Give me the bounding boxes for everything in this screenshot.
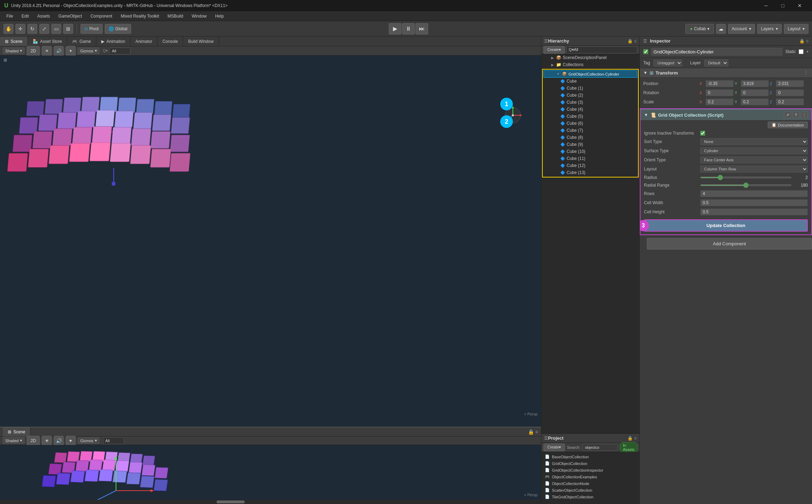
proj-item-tile[interactable]: 📄 TileGridObjectCollection — [543, 493, 638, 500]
insp-menu-icon[interactable]: ≡ — [806, 39, 808, 44]
radial-range-slider[interactable] — [700, 185, 792, 186]
bottom-scene-viewport[interactable]: < Persp — [0, 445, 541, 504]
lighting-toggle[interactable]: ☀ — [42, 46, 52, 56]
maximize-button[interactable]: □ — [775, 0, 791, 11]
tab-animation[interactable]: ▶ Animation — [96, 37, 130, 46]
in-assets-tag[interactable]: In Assets — [620, 442, 638, 453]
close-button[interactable]: ✕ — [792, 0, 808, 11]
hier-item-cube-4[interactable]: 🔷 Cube (4) — [543, 106, 637, 113]
collab-button[interactable]: ● Collab ▾ — [685, 24, 714, 34]
account-dropdown[interactable]: Account ▾ — [728, 24, 755, 34]
hier-menu-icon[interactable]: ≡ — [634, 39, 637, 44]
tab-scene[interactable]: ⊞ Scene — [0, 37, 28, 46]
hier-lock-icon[interactable]: 🔒 — [627, 39, 633, 44]
menu-component[interactable]: Component — [87, 12, 116, 20]
hier-item-cube-11[interactable]: 🔷 Cube (11) — [543, 155, 637, 162]
cell-width-input[interactable] — [700, 199, 808, 206]
2d-toggle[interactable]: 2D — [27, 46, 40, 56]
bottom-scene-scrollbar[interactable] — [217, 500, 245, 503]
bottom-gizmos-dropdown[interactable]: Gizmos ▾ — [78, 437, 99, 444]
script-help-icon[interactable]: ? — [792, 111, 799, 118]
pos-y-input[interactable] — [741, 80, 769, 87]
hier-item-cube-8[interactable]: 🔷 Cube (8) — [543, 134, 637, 141]
tab-asset-store[interactable]: 🏪 Asset Store — [28, 37, 67, 46]
transform-tool-button[interactable]: ⊞ — [63, 24, 73, 34]
documentation-button[interactable]: 📋 Documentation — [768, 122, 808, 128]
hier-item-cube-5[interactable]: 🔷 Cube (5) — [543, 113, 637, 120]
pause-button[interactable]: ⏸ — [402, 23, 415, 34]
gizmos-dropdown[interactable]: Gizmos ▾ — [78, 47, 99, 54]
proj-lock-icon[interactable]: 🔒 — [627, 436, 633, 441]
hier-item-cube-0[interactable]: 🔷 Cube — [543, 78, 637, 85]
hier-item-cube-13[interactable]: 🔷 Cube (13) — [543, 169, 637, 176]
insp-lock-icon[interactable]: 🔒 — [799, 39, 805, 44]
menu-help[interactable]: Help — [212, 12, 227, 20]
hand-tool-button[interactable]: ✋ — [4, 24, 13, 34]
proj-item-examples[interactable]: 🎮 ObjectCollectionExamples — [543, 473, 638, 480]
scale-y-input[interactable] — [741, 98, 769, 105]
proj-item-grid[interactable]: 📄 GridObjectCollection — [543, 460, 638, 467]
rot-z-input[interactable] — [776, 89, 804, 96]
insp-name-input[interactable] — [651, 48, 782, 56]
bottom-scene-lock-icon[interactable]: 🔒 — [528, 429, 534, 435]
menu-edit[interactable]: Edit — [18, 12, 32, 20]
layout-dropdown[interactable]: Column Then Row — [700, 166, 808, 173]
minimize-button[interactable]: ─ — [758, 0, 774, 11]
rect-tool-button[interactable]: ▭ — [51, 24, 61, 34]
rot-x-input[interactable] — [705, 89, 734, 96]
hier-item-collections[interactable]: ▶ 📁 Collections — [541, 61, 639, 68]
insp-active-checkbox[interactable] — [643, 49, 648, 54]
proj-item-node[interactable]: 📄 ObjectCollectionNode — [543, 480, 638, 487]
bottom-audio-toggle[interactable]: 🔊 — [54, 436, 64, 446]
sort-type-dropdown[interactable]: None — [700, 138, 808, 145]
proj-item-scatter[interactable]: 📄 ScatterObjectCollection — [543, 487, 638, 493]
hier-search-input[interactable] — [566, 46, 637, 53]
add-component-button[interactable]: Add Component — [647, 238, 812, 250]
orient-type-dropdown[interactable]: Face Center Axis — [700, 156, 808, 163]
hier-item-scene-desc[interactable]: ▶ 📦 SceneDescriptionPanel — [541, 54, 639, 61]
scale-x-input[interactable] — [705, 98, 734, 105]
hier-item-cube-6[interactable]: 🔷 Cube (6) — [543, 120, 637, 127]
bottom-effects-toggle[interactable]: ✦ — [66, 436, 76, 446]
bottom-scene-search[interactable] — [103, 437, 124, 444]
audio-toggle[interactable]: 🔊 — [54, 46, 64, 56]
proj-menu-icon[interactable]: ≡ — [634, 436, 637, 441]
script-menu-icon[interactable]: ⋮ — [801, 111, 808, 118]
rotate-tool-button[interactable]: ↻ — [27, 24, 37, 34]
script-header[interactable]: ▼ 📜 Grid Object Collection (Script) ↗ ? … — [640, 109, 811, 121]
hier-item-grid-collection[interactable]: ▼ 📦 GridObjectCollection-Cylinder — [543, 70, 637, 78]
hier-item-cube-12[interactable]: 🔷 Cube (12) — [543, 162, 637, 169]
pivot-button[interactable]: ⊙ Pivot — [80, 24, 103, 34]
radius-slider[interactable] — [700, 177, 792, 178]
transform-header[interactable]: ▼ ⊞ Transform ⋮ — [640, 68, 812, 78]
layers-dropdown[interactable]: Layers ▾ — [757, 24, 782, 34]
tab-game[interactable]: 🎮 Game — [67, 37, 96, 46]
script-open-icon[interactable]: ↗ — [784, 111, 791, 118]
effects-toggle[interactable]: ✦ — [66, 46, 76, 56]
bottom-scene-menu-icon[interactable]: ≡ — [535, 429, 538, 435]
tab-build-window[interactable]: Build Window — [183, 37, 219, 46]
menu-file[interactable]: File — [3, 12, 17, 20]
scale-z-input[interactable] — [776, 98, 804, 105]
proj-search-input[interactable] — [582, 444, 618, 451]
proj-create-button[interactable]: Create▾ — [543, 444, 565, 451]
static-dropdown-icon[interactable]: ▾ — [806, 49, 808, 54]
scene-search-input[interactable] — [109, 47, 130, 54]
step-button[interactable]: ⏭ — [415, 23, 428, 34]
hier-item-cube-10[interactable]: 🔷 Cube (10) — [543, 148, 637, 155]
layout-dropdown[interactable]: Layout ▾ — [784, 24, 808, 34]
bottom-lighting-toggle[interactable]: ☀ — [42, 436, 52, 446]
bottom-scene-tab[interactable]: ⊞ Scene — [3, 427, 31, 437]
bottom-shading-dropdown[interactable]: Shaded ▾ — [3, 437, 25, 444]
scene-viewport[interactable]: ⊞ < Persp 1 2 — [0, 56, 541, 427]
hier-item-cube-3[interactable]: 🔷 Cube (3) — [543, 99, 637, 106]
menu-msbuild[interactable]: MSBuild — [164, 12, 187, 20]
static-checkbox[interactable] — [799, 49, 804, 54]
menu-mixed-reality[interactable]: Mixed Reality Toolkit — [117, 12, 162, 20]
menu-assets[interactable]: Assets — [34, 12, 53, 20]
hier-item-cube-2[interactable]: 🔷 Cube (2) — [543, 92, 637, 99]
transform-menu-icon[interactable]: ⋮ — [804, 70, 808, 76]
proj-item-grid-insp[interactable]: 📄 GridObjectCollectionInspector — [543, 467, 638, 473]
tab-console[interactable]: Console — [157, 37, 183, 46]
pos-z-input[interactable] — [776, 80, 804, 87]
